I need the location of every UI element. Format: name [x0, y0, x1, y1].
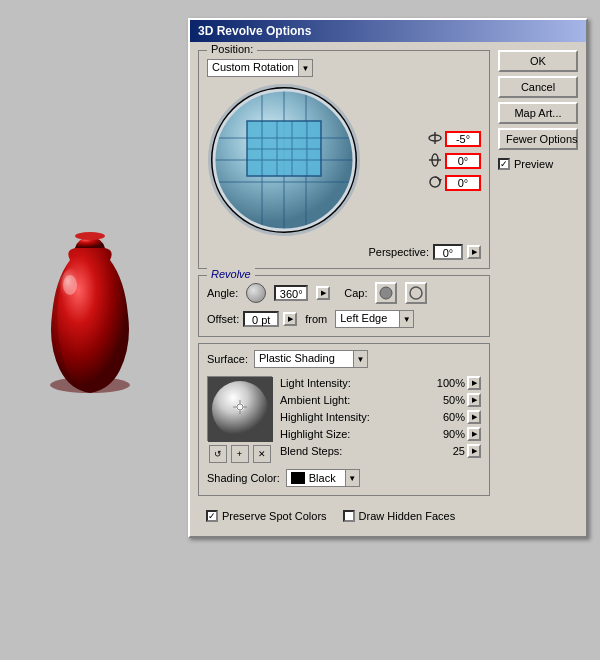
- surface-group: Surface: Plastic Shading ▼: [198, 343, 490, 496]
- ambient-light-value-row: 50% ▶: [429, 393, 481, 407]
- ambient-light-label: Ambient Light:: [280, 394, 350, 406]
- perspective-input[interactable]: 0°: [433, 244, 463, 260]
- surface-select-wrap[interactable]: Plastic Shading ▼: [254, 350, 368, 368]
- map-art-button[interactable]: Map Art...: [498, 102, 578, 124]
- preserve-spots-label: Preserve Spot Colors: [222, 510, 327, 522]
- move-light-btn[interactable]: ↺: [209, 445, 227, 463]
- ambient-light-arrow[interactable]: ▶: [467, 393, 481, 407]
- shading-color-text: Black: [309, 472, 336, 484]
- x-angle-row: [428, 131, 481, 147]
- highlight-intensity-label: Highlight Intensity:: [280, 411, 370, 423]
- angle-label: Angle:: [207, 287, 238, 299]
- x-angle-input[interactable]: [445, 131, 481, 147]
- cap-button-1[interactable]: [375, 282, 397, 304]
- from-select-wrap[interactable]: Left Edge ▼: [335, 310, 414, 328]
- angle-value[interactable]: 360°: [274, 285, 308, 301]
- dialog-titlebar: 3D Revolve Options: [190, 20, 586, 42]
- angle-knob[interactable]: [246, 283, 266, 303]
- preview-row: ✓ Preview: [498, 158, 578, 170]
- blend-steps-label: Blend Steps:: [280, 445, 342, 457]
- y-angle-row: [428, 153, 481, 169]
- y-rotate-icon: [428, 153, 442, 169]
- revolve-row: Angle: 360° ▶ Cap:: [207, 282, 481, 304]
- perspective-arrow[interactable]: ▶: [467, 245, 481, 259]
- position-select-wrap[interactable]: Custom Rotation ▼: [207, 59, 313, 77]
- offset-label: Offset:: [207, 313, 239, 325]
- shading-row: Shading Color: Black ▼: [207, 469, 481, 487]
- svg-point-3: [63, 275, 77, 295]
- shading-color-wrap[interactable]: Black ▼: [286, 469, 360, 487]
- highlight-size-value-row: 90% ▶: [429, 427, 481, 441]
- cap-button-2[interactable]: [405, 282, 427, 304]
- rotation-sphere-svg: [207, 83, 362, 238]
- blend-steps-row: Blend Steps: 25 ▶: [280, 444, 481, 458]
- blend-steps-arrow[interactable]: ▶: [467, 444, 481, 458]
- from-dropdown-arrow[interactable]: ▼: [400, 310, 414, 328]
- offset-arrow[interactable]: ▶: [283, 312, 297, 326]
- position-select[interactable]: Custom Rotation: [207, 59, 299, 77]
- z-rotate-icon: [428, 175, 442, 191]
- dialog-3d-revolve: 3D Revolve Options Position: Custom Rota…: [188, 18, 588, 538]
- cap-label: Cap:: [344, 287, 367, 299]
- bottom-check-row: ✓ Preserve Spot Colors Draw Hidden Faces: [198, 504, 490, 528]
- main-panel: Position: Custom Rotation ▼: [198, 50, 490, 528]
- surface-label: Surface:: [207, 353, 248, 365]
- shading-color-arrow[interactable]: ▼: [346, 469, 360, 487]
- fewer-options-button[interactable]: Fewer Options: [498, 128, 578, 150]
- vase-preview: [10, 230, 180, 430]
- surface-dropdown-arrow[interactable]: ▼: [354, 350, 368, 368]
- side-buttons: OK Cancel Map Art... Fewer Options ✓ Pre…: [498, 50, 578, 528]
- surface-select[interactable]: Plastic Shading: [254, 350, 354, 368]
- z-angle-input[interactable]: [445, 175, 481, 191]
- offset-value[interactable]: 0 pt: [243, 311, 279, 327]
- highlight-size-row: Highlight Size: 90% ▶: [280, 427, 481, 441]
- blend-steps-value: 25: [429, 445, 465, 457]
- preview-label: Preview: [514, 158, 553, 170]
- svg-point-1: [75, 232, 105, 240]
- z-angle-row: [428, 175, 481, 191]
- preserve-spots-checkbox[interactable]: ✓: [206, 510, 218, 522]
- dialog-title: 3D Revolve Options: [198, 24, 311, 38]
- draw-hidden-label: Draw Hidden Faces: [359, 510, 456, 522]
- svg-point-29: [380, 287, 392, 299]
- highlight-intensity-row: Highlight Intensity: 60% ▶: [280, 410, 481, 424]
- ambient-light-value: 50%: [429, 394, 465, 406]
- highlight-intensity-value: 60%: [429, 411, 465, 423]
- shading-color-label: Shading Color:: [207, 472, 280, 484]
- cancel-button[interactable]: Cancel: [498, 76, 578, 98]
- draw-hidden-item: Draw Hidden Faces: [343, 510, 456, 522]
- perspective-label: Perspective:: [368, 246, 429, 258]
- shading-color-select[interactable]: Black: [286, 469, 346, 487]
- ambient-light-row: Ambient Light: 50% ▶: [280, 393, 481, 407]
- draw-hidden-checkbox[interactable]: [343, 510, 355, 522]
- y-angle-input[interactable]: [445, 153, 481, 169]
- ok-button[interactable]: OK: [498, 50, 578, 72]
- x-rotate-icon: [428, 131, 442, 147]
- highlight-size-arrow[interactable]: ▶: [467, 427, 481, 441]
- rotation-sphere-container[interactable]: [207, 83, 362, 238]
- surface-row: Surface: Plastic Shading ▼: [207, 350, 481, 368]
- surface-content: ↺ + ✕ Light Intensity: 100% ▶: [207, 376, 481, 463]
- highlight-intensity-value-row: 60% ▶: [429, 410, 481, 424]
- position-dropdown-arrow[interactable]: ▼: [299, 59, 313, 77]
- sphere-preview-controls: ↺ + ✕: [207, 445, 272, 463]
- revolve-group: Revolve Angle: 360° ▶ Cap:: [198, 275, 490, 337]
- light-intensity-arrow[interactable]: ▶: [467, 376, 481, 390]
- surface-sphere-area: ↺ + ✕: [207, 376, 272, 463]
- light-intensity-label: Light Intensity:: [280, 377, 351, 389]
- highlight-size-value: 90%: [429, 428, 465, 440]
- perspective-row: Perspective: 0° ▶: [207, 244, 481, 260]
- add-light-btn[interactable]: +: [231, 445, 249, 463]
- svg-marker-28: [438, 179, 442, 182]
- from-select[interactable]: Left Edge: [335, 310, 400, 328]
- from-label: from: [305, 313, 327, 325]
- light-intensity-value-row: 100% ▶: [429, 376, 481, 390]
- preview-checkbox[interactable]: ✓: [498, 158, 510, 170]
- light-intensity-row: Light Intensity: 100% ▶: [280, 376, 481, 390]
- highlight-size-label: Highlight Size:: [280, 428, 350, 440]
- blend-steps-value-row: 25 ▶: [429, 444, 481, 458]
- offset-row: Offset: 0 pt ▶ from Left Edge ▼: [207, 310, 481, 328]
- delete-light-btn[interactable]: ✕: [253, 445, 271, 463]
- highlight-intensity-arrow[interactable]: ▶: [467, 410, 481, 424]
- angle-arrow[interactable]: ▶: [316, 286, 330, 300]
